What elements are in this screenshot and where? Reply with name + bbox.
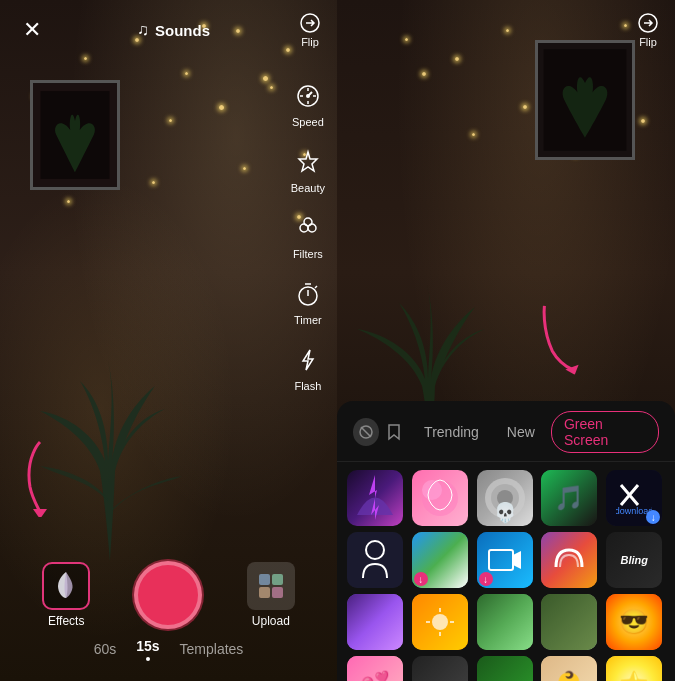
svg-point-30 <box>432 614 448 630</box>
effects-icon <box>50 570 82 602</box>
flash-label: Flash <box>294 380 321 392</box>
rainbow-effect-icon <box>551 542 587 578</box>
effect-item[interactable] <box>347 470 403 526</box>
its-effect-item[interactable]: It's <box>412 656 468 681</box>
left-camera-panel: ✕ ♫ Sounds Flip <box>0 0 337 681</box>
effects-panel: Trending New Green Screen <box>337 401 675 681</box>
svg-rect-29 <box>489 550 513 570</box>
effect-item[interactable] <box>412 470 468 526</box>
effect-item[interactable]: 💕 <box>347 656 403 681</box>
timer-icon <box>292 278 324 310</box>
svg-rect-13 <box>259 587 270 598</box>
svg-rect-14 <box>272 587 283 598</box>
svg-rect-12 <box>272 574 283 585</box>
effect-item[interactable] <box>477 656 533 681</box>
baby-emoji: 👶 <box>554 670 584 681</box>
tab-saved-icon[interactable] <box>383 421 404 443</box>
speed-label: Speed <box>292 116 324 128</box>
effects-tabs: Trending New Green Screen <box>337 401 675 462</box>
effect-item[interactable]: ↓ <box>477 532 533 588</box>
tab-no-effect[interactable] <box>353 418 379 446</box>
effects-grid: 💀 💀 🎵 download ↓ <box>337 462 675 681</box>
flash-icon <box>292 344 324 376</box>
effects-label: Effects <box>48 614 84 628</box>
beauty-icon <box>292 146 324 178</box>
upload-button[interactable]: Upload <box>247 562 295 628</box>
flip-label-left: Flip <box>301 36 319 48</box>
duration-templates[interactable]: Templates <box>180 641 244 657</box>
filters-label: Filters <box>293 248 323 260</box>
flip-icon-left <box>299 12 321 34</box>
star-emoji: ⭐ <box>619 670 649 681</box>
effect-item[interactable] <box>541 532 597 588</box>
upload-icon-box <box>247 562 295 610</box>
duration-selector: 60s 15s Templates <box>94 637 244 661</box>
timer-label: Timer <box>294 314 322 326</box>
effect-item[interactable]: download ↓ <box>606 470 662 526</box>
bookmark-icon <box>385 423 403 441</box>
top-bar-left: ✕ ♫ Sounds Flip <box>0 0 337 60</box>
sounds-label: Sounds <box>155 22 210 39</box>
flash-control[interactable]: Flash <box>291 344 325 392</box>
heart-emoji: 💕 <box>360 670 390 681</box>
upload-icon <box>257 572 285 600</box>
svg-point-8 <box>304 218 312 226</box>
x-effect-icon: download <box>616 480 652 516</box>
no-effect-icon <box>359 425 373 439</box>
sounds-button[interactable]: ♫ Sounds <box>137 21 210 39</box>
tab-green-screen[interactable]: Green Screen <box>551 411 659 453</box>
shutter-button[interactable] <box>134 561 202 629</box>
bling-effect-item[interactable]: Bling <box>606 532 662 588</box>
duration-active-dot <box>146 657 150 661</box>
bottom-bar-left: Effects Upload 60s 15s <box>0 561 337 681</box>
effect-item[interactable]: 💀 💀 <box>477 470 533 526</box>
timer-control[interactable]: Timer <box>291 278 325 326</box>
plant-silhouette-left <box>20 301 200 561</box>
person-effect-icon <box>358 540 392 580</box>
top-bar-right: Flip <box>337 0 675 60</box>
sun-rays-icon <box>422 604 458 640</box>
flip-button-right[interactable]: Flip <box>637 12 659 48</box>
effect-item[interactable] <box>347 532 403 588</box>
speed-icon <box>292 80 324 112</box>
svg-rect-11 <box>259 574 270 585</box>
svg-marker-5 <box>299 152 317 171</box>
beauty-label: Beauty <box>291 182 325 194</box>
svg-line-20 <box>361 427 371 437</box>
effects-button[interactable]: Effects <box>42 562 90 628</box>
duration-15s[interactable]: 15s <box>136 638 159 654</box>
effect-item[interactable] <box>541 594 597 650</box>
camera-controls-right-side: Speed Beauty Filters <box>291 80 325 392</box>
effect-item[interactable] <box>412 594 468 650</box>
tab-new[interactable]: New <box>495 420 547 444</box>
bling-text: Bling <box>620 554 648 566</box>
flip-icon-right <box>637 12 659 34</box>
svg-point-28 <box>366 541 384 559</box>
upload-label: Upload <box>252 614 290 628</box>
duration-15s-wrapper: 15s <box>136 637 159 661</box>
effect-item[interactable]: 😎 <box>606 594 662 650</box>
wall-frame-left <box>30 80 120 190</box>
sun-emoji: 😎 <box>619 608 649 636</box>
filters-icon <box>292 212 324 244</box>
effects-arrow-annotation <box>15 437 65 521</box>
effect-item[interactable]: 👶 <box>541 656 597 681</box>
tab-trending[interactable]: Trending <box>412 420 491 444</box>
duration-60s[interactable]: 60s <box>94 641 117 657</box>
effect-item[interactable] <box>347 594 403 650</box>
effect-item[interactable] <box>477 594 533 650</box>
effect-item[interactable]: ⭐ <box>606 656 662 681</box>
effect-item[interactable]: ↓ <box>412 532 468 588</box>
video-effect-icon <box>487 542 523 578</box>
beauty-control[interactable]: Beauty <box>291 146 325 194</box>
effect-item[interactable]: 🎵 <box>541 470 597 526</box>
svg-point-22 <box>422 480 442 500</box>
speed-control[interactable]: Speed <box>291 80 325 128</box>
right-camera-panel: Flip Trending New Green Sc <box>337 0 675 681</box>
flip-button-left[interactable]: Flip <box>299 12 321 48</box>
camera-main-controls: Effects Upload <box>0 561 337 629</box>
flip-label-right: Flip <box>639 36 657 48</box>
spotify-icon: 🎵 <box>554 484 584 512</box>
close-button[interactable]: ✕ <box>16 14 48 46</box>
filters-control[interactable]: Filters <box>291 212 325 260</box>
